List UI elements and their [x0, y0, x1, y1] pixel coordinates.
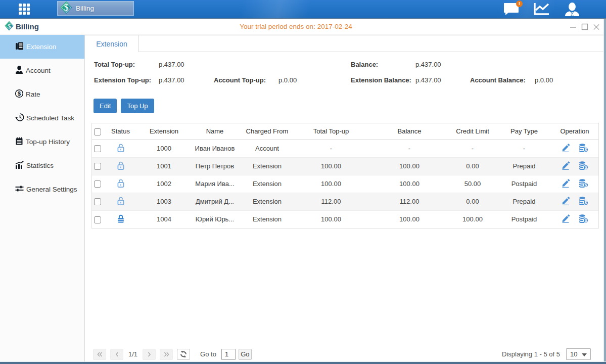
row-checkbox[interactable] [94, 163, 101, 170]
svg-text:$: $ [584, 200, 587, 205]
table-row: 1001Петр ПетровExtension100.00100.000.00… [92, 157, 598, 175]
column-header-extension[interactable]: Extension [138, 123, 190, 140]
row-checkbox[interactable] [94, 145, 101, 152]
taskbar: $ Billing ! [0, 0, 606, 18]
topup-icon[interactable]: $ [579, 214, 588, 224]
sidebar-item-account[interactable]: Account [0, 59, 84, 82]
cell-extension: 1000 [138, 140, 190, 157]
sidebar-item-label: Extension [26, 43, 56, 51]
content: Extension Total Top-up:p.437.00Balance:p… [85, 35, 606, 361]
topup-icon[interactable]: $ [579, 161, 588, 171]
cell-extension: 1001 [138, 157, 190, 175]
column-header-operation[interactable]: Operation [554, 123, 598, 140]
statistics-button[interactable] [534, 2, 550, 16]
summary-balance: Balance:p.437.00 [351, 61, 470, 68]
edit-button[interactable]: Edit [94, 99, 117, 113]
window-right-edge [603, 19, 606, 364]
cell-select [92, 175, 103, 193]
table-row: 1000Иван ИвановAccount----$ [92, 140, 598, 157]
first-page-button[interactable] [93, 349, 106, 360]
cell-name: Дмитрий Д... [190, 193, 240, 210]
summary-account-top-up: Account Top-up:p.0.00 [214, 76, 351, 84]
cell-name: Мария Ива... [190, 175, 240, 193]
edit-icon[interactable] [562, 197, 570, 207]
column-header-status[interactable]: Status [103, 123, 138, 140]
summary-value: p.0.00 [535, 76, 553, 84]
summary-label: Account Balance: [470, 76, 535, 84]
cell-balance: 100.00 [367, 175, 451, 193]
column-header-total-top-up[interactable]: Total Top-up [295, 123, 367, 140]
column-header-name[interactable]: Name [190, 123, 240, 140]
row-checkbox[interactable] [94, 198, 101, 205]
edit-icon[interactable] [562, 144, 570, 154]
cell-balance: - [367, 140, 451, 157]
select-all-checkbox[interactable] [94, 128, 101, 135]
topup-icon[interactable]: $ [579, 144, 588, 154]
close-button[interactable] [593, 23, 600, 30]
summary-value: p.437.00 [159, 61, 184, 68]
row-checkbox[interactable] [94, 180, 101, 188]
svg-text:$: $ [584, 147, 587, 152]
cell-operation: $ [554, 193, 598, 210]
goto-label: Go to [200, 350, 216, 358]
summary-value: p.437.00 [415, 76, 441, 84]
cell-total-topup: 100.00 [295, 175, 367, 193]
topup-icon[interactable]: $ [579, 179, 588, 189]
taskbar-billing-label: Billing [76, 5, 94, 12]
edit-icon[interactable] [562, 179, 570, 189]
minimize-button[interactable] [570, 23, 577, 30]
cell-total-topup: - [295, 140, 367, 157]
sidebar-item-extension[interactable]: Extension [0, 35, 84, 59]
messages-button[interactable]: ! [503, 3, 519, 16]
goto-page-input[interactable] [221, 349, 236, 360]
cell-pay-type: Prepaid [494, 157, 554, 175]
lock-closed-icon [116, 214, 125, 225]
edit-icon[interactable] [562, 161, 570, 171]
cell-extension: 1003 [138, 193, 190, 210]
cell-charged-from: Extension [240, 157, 295, 175]
refresh-button[interactable] [177, 349, 190, 360]
column-header-pay-type[interactable]: Pay Type [494, 123, 554, 140]
sidebar-item-top-up-history[interactable]: Top-up History [0, 130, 84, 154]
summary-extension-top-up: Extension Top-up:p.437.00 [94, 76, 214, 84]
edit-icon[interactable] [562, 214, 570, 224]
topup-icon[interactable]: $ [579, 197, 588, 207]
column-header-charged-from[interactable]: Charged From [240, 123, 295, 140]
table-row: 1003Дмитрий Д...Extension112.00112.000.0… [92, 193, 598, 210]
last-page-button[interactable] [160, 349, 173, 360]
cell-pay-type: Prepaid [494, 193, 554, 210]
svg-text:$: $ [584, 183, 587, 188]
taskbar-billing-button[interactable]: $ Billing [57, 1, 134, 16]
window-bottom-edge [0, 361, 606, 364]
summary-label: Balance: [351, 61, 415, 68]
column-header-balance[interactable]: Balance [367, 123, 451, 140]
cell-select [92, 193, 103, 210]
user-menu-button[interactable] [565, 3, 580, 16]
cell-operation: $ [554, 157, 598, 175]
user-icon [565, 3, 580, 16]
tab-extension[interactable]: Extension [85, 35, 139, 52]
maximize-button[interactable] [581, 23, 588, 30]
go-button[interactable]: Go [239, 349, 252, 360]
row-checkbox[interactable] [94, 216, 101, 223]
sidebar-item-general-settings[interactable]: General Settings [0, 177, 84, 201]
page-size-select[interactable]: 10 [566, 348, 591, 360]
next-page-button[interactable] [143, 349, 156, 360]
cell-extension: 1004 [138, 210, 190, 228]
lock-open-icon [116, 143, 125, 154]
summary-account-balance: Account Balance:p.0.00 [470, 76, 606, 84]
cell-select [92, 140, 103, 157]
cell-status [103, 193, 138, 210]
column-header-credit-limit[interactable]: Credit Limit [451, 123, 494, 140]
prev-page-button[interactable] [110, 349, 123, 360]
sidebar-item-rate[interactable]: $Rate [0, 82, 84, 106]
summary-label: Total Top-up: [94, 61, 159, 68]
app-grid-icon[interactable] [19, 4, 34, 15]
summary-label: Extension Balance: [351, 76, 415, 84]
cell-operation: $ [554, 210, 598, 228]
sidebar-item-statistics[interactable]: Statistics [0, 154, 84, 177]
extension-icon [0, 42, 26, 52]
cell-charged-from: Extension [240, 175, 295, 193]
top-up-button[interactable]: Top Up [121, 99, 154, 113]
sidebar-item-scheduled-task[interactable]: Scheduled Task [0, 106, 84, 130]
